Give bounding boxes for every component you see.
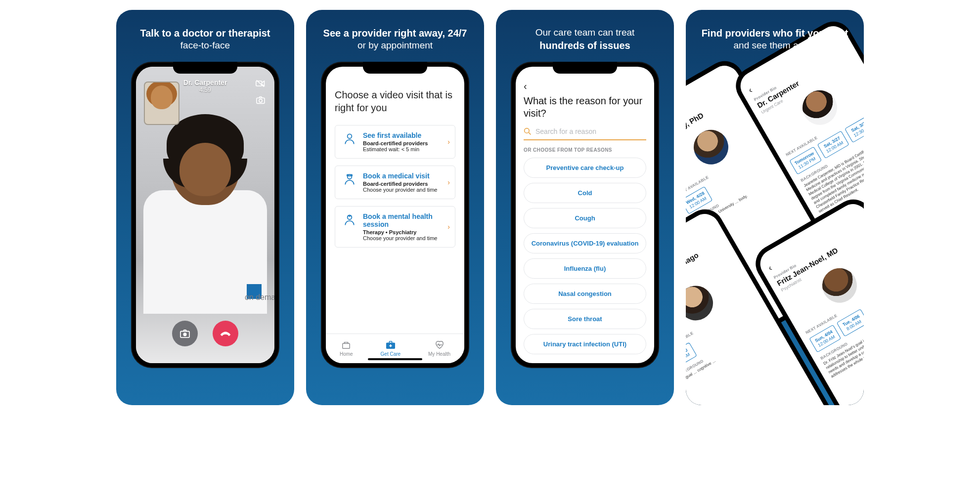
svg-point-3 (259, 99, 262, 102)
card-line2: Choose your provider and time (363, 187, 448, 193)
card-title: Book a mental health session (363, 212, 448, 228)
notch (553, 62, 617, 74)
phone-frame: Choose a video visit that is right for y… (321, 62, 469, 368)
chevron-right-icon: › (447, 178, 450, 186)
panel-3: Our care team can treat hundreds of issu… (496, 10, 674, 405)
visit-chooser-screen: Choose a video visit that is right for y… (326, 67, 464, 363)
reason-chip[interactable]: Coronavirus (COVID-19) evaluation (524, 233, 646, 253)
card-book-mental-health[interactable]: Book a mental health session Therapy • P… (335, 206, 455, 248)
reason-chip[interactable]: Sore throat (524, 309, 646, 329)
caption-title: Find providers who fit you best (702, 27, 848, 40)
call-top-controls (256, 80, 266, 106)
provider-icon (342, 131, 357, 146)
svg-rect-10 (343, 343, 350, 348)
svg-rect-12 (389, 341, 392, 343)
reason-chip[interactable]: Nasal congestion (524, 284, 646, 304)
svg-point-5 (183, 333, 186, 336)
section-label: OR CHOOSE FROM TOP REASONS (524, 147, 646, 153)
svg-line-14 (529, 132, 531, 134)
notch (363, 62, 427, 74)
tab-label: My Health (428, 351, 450, 357)
panel-caption: Our care team can treat hundreds of issu… (527, 10, 644, 62)
card-line1: Board-certified providers (363, 181, 448, 187)
medical-kit-icon (385, 340, 396, 350)
reason-screen: ‹ What is the reason for your visit? Sea… (516, 67, 654, 363)
camera-flip-icon[interactable] (256, 96, 266, 106)
caption-subtitle: or by appointment (323, 40, 467, 52)
caption-title: See a provider right away, 24/7 (323, 27, 467, 40)
provider-collage: ‹ Provider Bio Sarah Henry, PhD Psycholo… (686, 10, 864, 405)
card-line1: Board-certified providers (363, 140, 448, 146)
provider-icon (342, 172, 357, 187)
brand-text-fragment: on demand (245, 293, 274, 302)
search-icon (524, 127, 532, 135)
home-icon (341, 340, 352, 350)
card-line2: Estimated wait: < 5 min (363, 146, 448, 152)
svg-rect-0 (256, 81, 262, 86)
heart-icon (434, 340, 445, 350)
caption-subtitle: face-to-face (140, 40, 270, 52)
reason-chip[interactable]: Cold (524, 183, 646, 203)
reason-chip[interactable]: Influenza (flu) (524, 258, 646, 279)
card-title: See first available (363, 131, 448, 139)
panel-caption: Talk to a doctor or therapist face-to-fa… (132, 10, 279, 62)
reason-search[interactable]: Search for a reason (524, 125, 646, 140)
panel-4: Find providers who fit you best and see … (686, 10, 864, 405)
panel-caption: See a provider right away, 24/7 or by ap… (314, 10, 476, 62)
phone-frame: Dr. Carpenter 4:59 on demand (131, 62, 279, 368)
reason-heading: What is the reason for your visit? (524, 95, 646, 120)
provider-icon (342, 212, 357, 227)
home-indicator (368, 358, 422, 360)
tab-label: Get Care (381, 351, 401, 357)
caption-lead: Our care team can treat (535, 27, 635, 39)
doctor-video-feed (158, 121, 252, 250)
svg-point-7 (348, 174, 352, 179)
panel-caption: Find providers who fit you best and see … (693, 10, 857, 62)
card-book-medical-visit[interactable]: Book a medical visit Board-certified pro… (335, 166, 455, 199)
caption-title: Talk to a doctor or therapist (140, 27, 270, 40)
card-title: Book a medical visit (363, 172, 448, 180)
tab-home[interactable]: Home (340, 340, 353, 357)
app-store-screenshot-gallery: Talk to a doctor or therapist face-to-fa… (0, 0, 980, 415)
tab-my-health[interactable]: My Health (428, 340, 450, 357)
reason-chip[interactable]: Preventive care check-up (524, 158, 646, 178)
chevron-right-icon: › (447, 223, 450, 231)
card-line1: Therapy • Psychiatry (363, 229, 448, 235)
caption-subtitle: and see them again (702, 40, 848, 52)
notch (173, 62, 237, 74)
card-see-first-available[interactable]: See first available Board-certified prov… (335, 125, 455, 159)
video-off-icon[interactable] (256, 80, 266, 89)
svg-point-6 (348, 134, 352, 138)
chooser-heading: Choose a video visit that is right for y… (335, 88, 455, 114)
camera-button[interactable] (172, 321, 198, 346)
back-button[interactable]: ‹ (524, 81, 646, 92)
call-bottom-controls (136, 321, 274, 346)
panel-2: See a provider right away, 24/7 or by ap… (306, 10, 484, 405)
tab-label: Home (340, 351, 353, 357)
reason-chip[interactable]: Cough (524, 208, 646, 228)
end-call-button[interactable] (213, 321, 238, 346)
caption-emphasis: hundreds of issues (535, 39, 635, 52)
tab-get-care[interactable]: Get Care (381, 340, 401, 357)
phone-frame: ‹ What is the reason for your visit? Sea… (511, 62, 659, 368)
search-placeholder: Search for a reason (535, 127, 596, 135)
reason-chip[interactable]: Urinary tract infection (UTI) (524, 334, 646, 354)
panel-1: Talk to a doctor or therapist face-to-fa… (116, 10, 294, 405)
chevron-right-icon: › (447, 138, 450, 146)
video-call-screen: Dr. Carpenter 4:59 on demand (136, 67, 274, 363)
card-line2: Choose your provider and time (363, 235, 448, 241)
svg-point-13 (525, 128, 530, 133)
self-video-pip[interactable] (144, 82, 179, 125)
